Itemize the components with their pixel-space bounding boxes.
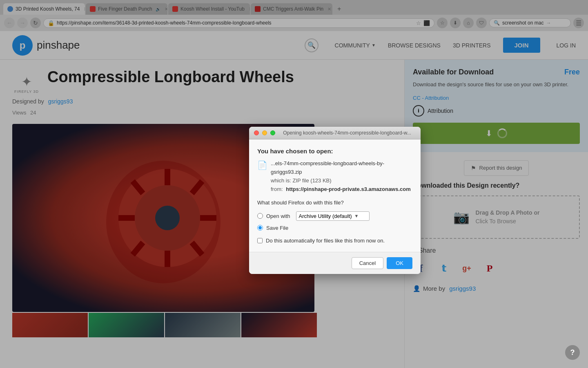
auto-checkbox-label: Do this automatically for files like thi… bbox=[266, 238, 385, 244]
dialog: Opening koosh-wheels-74mm-compressible-l… bbox=[249, 127, 421, 274]
open-with-select[interactable]: Archive Utility (default) ▼ bbox=[296, 211, 370, 221]
auto-checkbox[interactable] bbox=[257, 238, 263, 243]
file-type-line: which is: ZIP file (123 KB) bbox=[271, 177, 412, 185]
dialog-question: What should Firefox do with this file? bbox=[257, 200, 412, 206]
dialog-body: You have chosen to open: 📄 ...els-74mm-c… bbox=[249, 139, 421, 251]
open-with-label: Open with bbox=[266, 213, 290, 219]
file-url: https://pinshape-prod-private.s3.amazona… bbox=[286, 186, 411, 192]
dialog-title-text: Opening koosh-wheels-74mm-compressible-l… bbox=[278, 130, 416, 136]
cancel-button[interactable]: Cancel bbox=[352, 257, 383, 269]
auto-checkbox-row: Do this automatically for files like thi… bbox=[257, 238, 412, 244]
dialog-overlay: Opening koosh-wheels-74mm-compressible-l… bbox=[0, 0, 588, 368]
file-icon: 📄 bbox=[257, 160, 267, 170]
save-file-radio[interactable] bbox=[257, 225, 263, 231]
traffic-light-yellow[interactable] bbox=[262, 130, 267, 135]
select-value: Archive Utility (default) bbox=[299, 213, 352, 219]
dialog-main-title: You have chosen to open: bbox=[257, 148, 412, 155]
open-with-row: Open with Archive Utility (default) ▼ bbox=[257, 211, 412, 221]
file-info: ...els-74mm-compressible-longboard-wheel… bbox=[271, 159, 412, 193]
help-button[interactable]: ? bbox=[565, 345, 580, 360]
radio-group: Open with Archive Utility (default) ▼ Sa… bbox=[257, 211, 412, 231]
file-name: ...els-74mm-compressible-longboard-wheel… bbox=[271, 159, 412, 177]
file-row: 📄 ...els-74mm-compressible-longboard-whe… bbox=[257, 159, 412, 193]
traffic-light-red[interactable] bbox=[254, 130, 259, 135]
traffic-light-green[interactable] bbox=[270, 130, 275, 135]
select-arrow-icon: ▼ bbox=[354, 213, 359, 218]
dialog-titlebar: Opening koosh-wheels-74mm-compressible-l… bbox=[249, 127, 421, 139]
save-file-label: Save File bbox=[266, 225, 288, 231]
dialog-footer: Cancel OK bbox=[249, 252, 421, 274]
ok-button[interactable]: OK bbox=[387, 257, 412, 269]
save-file-row: Save File bbox=[257, 225, 412, 231]
open-with-radio[interactable] bbox=[257, 213, 263, 219]
file-from-line: from: https://pinshape-prod-private.s3.a… bbox=[271, 185, 412, 194]
